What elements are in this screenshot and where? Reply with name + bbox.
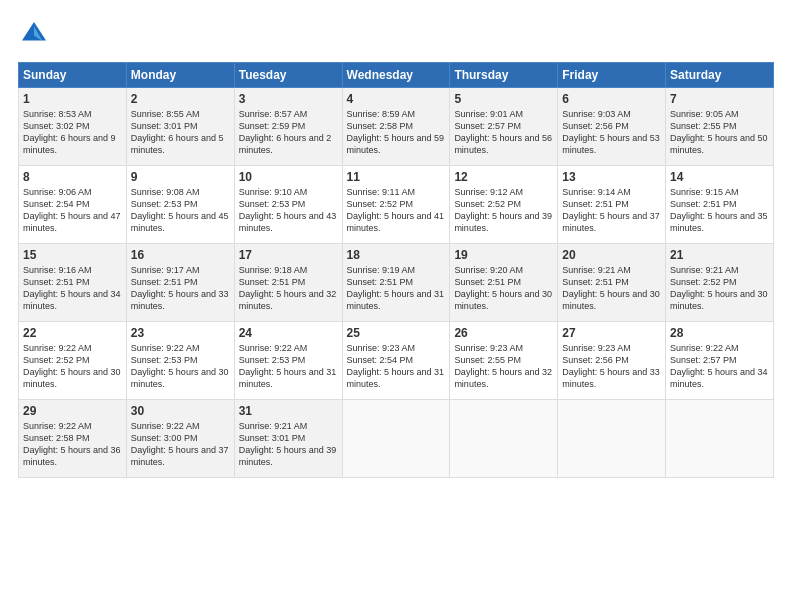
calendar-cell: 4Sunrise: 8:59 AMSunset: 2:58 PMDaylight… [342,88,450,166]
day-number: 16 [131,248,230,262]
day-number: 29 [23,404,122,418]
calendar-cell: 26Sunrise: 9:23 AMSunset: 2:55 PMDayligh… [450,322,558,400]
day-number: 30 [131,404,230,418]
calendar-cell: 15Sunrise: 9:16 AMSunset: 2:51 PMDayligh… [19,244,127,322]
day-number: 25 [347,326,446,340]
day-info: Sunrise: 8:59 AMSunset: 2:58 PMDaylight:… [347,109,445,155]
calendar-cell: 1Sunrise: 8:53 AMSunset: 3:02 PMDaylight… [19,88,127,166]
calendar-cell: 20Sunrise: 9:21 AMSunset: 2:51 PMDayligh… [558,244,666,322]
calendar-cell [342,400,450,478]
day-number: 15 [23,248,122,262]
day-number: 19 [454,248,553,262]
day-info: Sunrise: 9:12 AMSunset: 2:52 PMDaylight:… [454,187,552,233]
calendar-cell [558,400,666,478]
logo [18,18,54,50]
calendar-cell: 11Sunrise: 9:11 AMSunset: 2:52 PMDayligh… [342,166,450,244]
page: SundayMondayTuesdayWednesdayThursdayFrid… [0,0,792,488]
day-number: 10 [239,170,338,184]
day-info: Sunrise: 9:18 AMSunset: 2:51 PMDaylight:… [239,265,337,311]
day-number: 3 [239,92,338,106]
calendar-cell [450,400,558,478]
day-info: Sunrise: 9:23 AMSunset: 2:56 PMDaylight:… [562,343,660,389]
day-info: Sunrise: 9:10 AMSunset: 2:53 PMDaylight:… [239,187,337,233]
day-info: Sunrise: 9:22 AMSunset: 2:53 PMDaylight:… [131,343,229,389]
calendar-cell: 5Sunrise: 9:01 AMSunset: 2:57 PMDaylight… [450,88,558,166]
day-info: Sunrise: 9:22 AMSunset: 2:58 PMDaylight:… [23,421,121,467]
calendar-cell: 31Sunrise: 9:21 AMSunset: 3:01 PMDayligh… [234,400,342,478]
day-info: Sunrise: 9:22 AMSunset: 2:53 PMDaylight:… [239,343,337,389]
day-info: Sunrise: 9:22 AMSunset: 2:57 PMDaylight:… [670,343,768,389]
day-info: Sunrise: 9:22 AMSunset: 2:52 PMDaylight:… [23,343,121,389]
day-number: 4 [347,92,446,106]
day-number: 21 [670,248,769,262]
calendar-cell: 8Sunrise: 9:06 AMSunset: 2:54 PMDaylight… [19,166,127,244]
day-info: Sunrise: 9:06 AMSunset: 2:54 PMDaylight:… [23,187,121,233]
day-number: 11 [347,170,446,184]
calendar-cell: 7Sunrise: 9:05 AMSunset: 2:55 PMDaylight… [666,88,774,166]
calendar-cell: 25Sunrise: 9:23 AMSunset: 2:54 PMDayligh… [342,322,450,400]
calendar-cell: 27Sunrise: 9:23 AMSunset: 2:56 PMDayligh… [558,322,666,400]
weekday-tuesday: Tuesday [234,63,342,88]
calendar-week-1: 1Sunrise: 8:53 AMSunset: 3:02 PMDaylight… [19,88,774,166]
calendar-cell: 10Sunrise: 9:10 AMSunset: 2:53 PMDayligh… [234,166,342,244]
weekday-thursday: Thursday [450,63,558,88]
logo-icon [18,18,50,50]
calendar-cell: 24Sunrise: 9:22 AMSunset: 2:53 PMDayligh… [234,322,342,400]
calendar-cell: 29Sunrise: 9:22 AMSunset: 2:58 PMDayligh… [19,400,127,478]
day-number: 5 [454,92,553,106]
calendar-cell: 3Sunrise: 8:57 AMSunset: 2:59 PMDaylight… [234,88,342,166]
day-info: Sunrise: 9:15 AMSunset: 2:51 PMDaylight:… [670,187,768,233]
day-number: 9 [131,170,230,184]
day-info: Sunrise: 9:23 AMSunset: 2:55 PMDaylight:… [454,343,552,389]
calendar-table: SundayMondayTuesdayWednesdayThursdayFrid… [18,62,774,478]
day-info: Sunrise: 9:14 AMSunset: 2:51 PMDaylight:… [562,187,660,233]
day-info: Sunrise: 8:55 AMSunset: 3:01 PMDaylight:… [131,109,224,155]
day-number: 18 [347,248,446,262]
day-info: Sunrise: 9:11 AMSunset: 2:52 PMDaylight:… [347,187,445,233]
calendar-cell: 14Sunrise: 9:15 AMSunset: 2:51 PMDayligh… [666,166,774,244]
day-info: Sunrise: 9:08 AMSunset: 2:53 PMDaylight:… [131,187,229,233]
day-info: Sunrise: 9:16 AMSunset: 2:51 PMDaylight:… [23,265,121,311]
day-info: Sunrise: 9:21 AMSunset: 2:51 PMDaylight:… [562,265,660,311]
calendar-body: 1Sunrise: 8:53 AMSunset: 3:02 PMDaylight… [19,88,774,478]
calendar-cell: 12Sunrise: 9:12 AMSunset: 2:52 PMDayligh… [450,166,558,244]
calendar-cell: 9Sunrise: 9:08 AMSunset: 2:53 PMDaylight… [126,166,234,244]
day-number: 27 [562,326,661,340]
day-number: 22 [23,326,122,340]
calendar-header: SundayMondayTuesdayWednesdayThursdayFrid… [19,63,774,88]
day-number: 17 [239,248,338,262]
day-number: 12 [454,170,553,184]
calendar-cell: 2Sunrise: 8:55 AMSunset: 3:01 PMDaylight… [126,88,234,166]
weekday-sunday: Sunday [19,63,127,88]
calendar-cell: 18Sunrise: 9:19 AMSunset: 2:51 PMDayligh… [342,244,450,322]
calendar-cell [666,400,774,478]
calendar-cell: 22Sunrise: 9:22 AMSunset: 2:52 PMDayligh… [19,322,127,400]
day-info: Sunrise: 9:05 AMSunset: 2:55 PMDaylight:… [670,109,768,155]
calendar-cell: 19Sunrise: 9:20 AMSunset: 2:51 PMDayligh… [450,244,558,322]
day-info: Sunrise: 9:19 AMSunset: 2:51 PMDaylight:… [347,265,445,311]
day-info: Sunrise: 8:53 AMSunset: 3:02 PMDaylight:… [23,109,116,155]
calendar-cell: 28Sunrise: 9:22 AMSunset: 2:57 PMDayligh… [666,322,774,400]
day-info: Sunrise: 9:23 AMSunset: 2:54 PMDaylight:… [347,343,445,389]
day-number: 6 [562,92,661,106]
weekday-header-row: SundayMondayTuesdayWednesdayThursdayFrid… [19,63,774,88]
day-info: Sunrise: 9:21 AMSunset: 3:01 PMDaylight:… [239,421,337,467]
day-info: Sunrise: 9:20 AMSunset: 2:51 PMDaylight:… [454,265,552,311]
weekday-monday: Monday [126,63,234,88]
calendar-week-5: 29Sunrise: 9:22 AMSunset: 2:58 PMDayligh… [19,400,774,478]
day-number: 23 [131,326,230,340]
calendar-cell: 13Sunrise: 9:14 AMSunset: 2:51 PMDayligh… [558,166,666,244]
day-number: 26 [454,326,553,340]
header [18,18,774,50]
weekday-saturday: Saturday [666,63,774,88]
day-info: Sunrise: 9:03 AMSunset: 2:56 PMDaylight:… [562,109,660,155]
day-number: 8 [23,170,122,184]
calendar-cell: 21Sunrise: 9:21 AMSunset: 2:52 PMDayligh… [666,244,774,322]
calendar-cell: 6Sunrise: 9:03 AMSunset: 2:56 PMDaylight… [558,88,666,166]
day-info: Sunrise: 9:01 AMSunset: 2:57 PMDaylight:… [454,109,552,155]
weekday-wednesday: Wednesday [342,63,450,88]
day-number: 2 [131,92,230,106]
day-number: 13 [562,170,661,184]
day-number: 28 [670,326,769,340]
day-info: Sunrise: 9:21 AMSunset: 2:52 PMDaylight:… [670,265,768,311]
